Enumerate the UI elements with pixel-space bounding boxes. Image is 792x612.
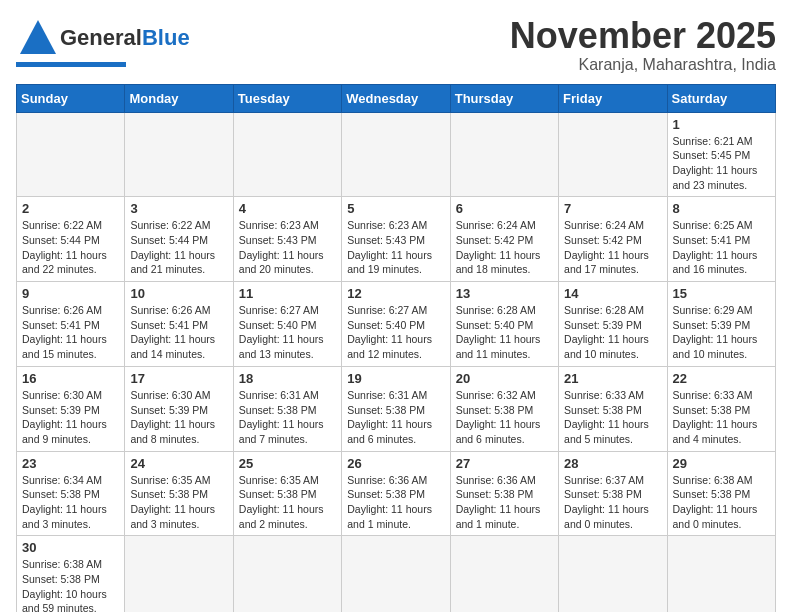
day-info: Sunrise: 6:33 AM Sunset: 5:38 PM Dayligh…: [564, 388, 661, 447]
calendar-cell: 16Sunrise: 6:30 AM Sunset: 5:39 PM Dayli…: [17, 366, 125, 451]
day-info: Sunrise: 6:27 AM Sunset: 5:40 PM Dayligh…: [347, 303, 444, 362]
day-number: 2: [22, 201, 119, 216]
day-info: Sunrise: 6:31 AM Sunset: 5:38 PM Dayligh…: [347, 388, 444, 447]
day-info: Sunrise: 6:36 AM Sunset: 5:38 PM Dayligh…: [456, 473, 553, 532]
calendar-cell: 26Sunrise: 6:36 AM Sunset: 5:38 PM Dayli…: [342, 451, 450, 536]
weekday-header-cell: Friday: [559, 84, 667, 112]
calendar-cell: 18Sunrise: 6:31 AM Sunset: 5:38 PM Dayli…: [233, 366, 341, 451]
logo-general-text: GeneralBlue: [60, 25, 190, 51]
calendar-cell: 30Sunrise: 6:38 AM Sunset: 5:38 PM Dayli…: [17, 536, 125, 612]
calendar-cell: [667, 536, 775, 612]
day-number: 16: [22, 371, 119, 386]
calendar-cell: 14Sunrise: 6:28 AM Sunset: 5:39 PM Dayli…: [559, 282, 667, 367]
day-number: 4: [239, 201, 336, 216]
calendar-table: SundayMondayTuesdayWednesdayThursdayFrid…: [16, 84, 776, 612]
day-info: Sunrise: 6:37 AM Sunset: 5:38 PM Dayligh…: [564, 473, 661, 532]
calendar-cell: 27Sunrise: 6:36 AM Sunset: 5:38 PM Dayli…: [450, 451, 558, 536]
day-info: Sunrise: 6:34 AM Sunset: 5:38 PM Dayligh…: [22, 473, 119, 532]
calendar-cell: [125, 112, 233, 197]
logo: GeneralBlue: [16, 16, 190, 67]
weekday-header-cell: Thursday: [450, 84, 558, 112]
day-number: 21: [564, 371, 661, 386]
day-number: 11: [239, 286, 336, 301]
day-info: Sunrise: 6:21 AM Sunset: 5:45 PM Dayligh…: [673, 134, 770, 193]
day-info: Sunrise: 6:28 AM Sunset: 5:40 PM Dayligh…: [456, 303, 553, 362]
day-info: Sunrise: 6:22 AM Sunset: 5:44 PM Dayligh…: [130, 218, 227, 277]
calendar-body: 1Sunrise: 6:21 AM Sunset: 5:45 PM Daylig…: [17, 112, 776, 612]
day-number: 30: [22, 540, 119, 555]
calendar-cell: 8Sunrise: 6:25 AM Sunset: 5:41 PM Daylig…: [667, 197, 775, 282]
calendar-cell: 15Sunrise: 6:29 AM Sunset: 5:39 PM Dayli…: [667, 282, 775, 367]
day-number: 26: [347, 456, 444, 471]
svg-marker-0: [20, 20, 56, 54]
day-number: 1: [673, 117, 770, 132]
day-info: Sunrise: 6:38 AM Sunset: 5:38 PM Dayligh…: [22, 557, 119, 612]
calendar-cell: [17, 112, 125, 197]
calendar-cell: [559, 536, 667, 612]
day-info: Sunrise: 6:23 AM Sunset: 5:43 PM Dayligh…: [347, 218, 444, 277]
calendar-cell: 21Sunrise: 6:33 AM Sunset: 5:38 PM Dayli…: [559, 366, 667, 451]
weekday-header-row: SundayMondayTuesdayWednesdayThursdayFrid…: [17, 84, 776, 112]
calendar-cell: [233, 112, 341, 197]
day-number: 29: [673, 456, 770, 471]
weekday-header-cell: Wednesday: [342, 84, 450, 112]
weekday-header-cell: Monday: [125, 84, 233, 112]
day-info: Sunrise: 6:38 AM Sunset: 5:38 PM Dayligh…: [673, 473, 770, 532]
day-number: 13: [456, 286, 553, 301]
calendar-row: 2Sunrise: 6:22 AM Sunset: 5:44 PM Daylig…: [17, 197, 776, 282]
calendar-cell: 20Sunrise: 6:32 AM Sunset: 5:38 PM Dayli…: [450, 366, 558, 451]
calendar-cell: 9Sunrise: 6:26 AM Sunset: 5:41 PM Daylig…: [17, 282, 125, 367]
month-title: November 2025: [510, 16, 776, 56]
day-number: 23: [22, 456, 119, 471]
calendar-cell: 1Sunrise: 6:21 AM Sunset: 5:45 PM Daylig…: [667, 112, 775, 197]
calendar-cell: 23Sunrise: 6:34 AM Sunset: 5:38 PM Dayli…: [17, 451, 125, 536]
calendar-cell: 22Sunrise: 6:33 AM Sunset: 5:38 PM Dayli…: [667, 366, 775, 451]
calendar-cell: 12Sunrise: 6:27 AM Sunset: 5:40 PM Dayli…: [342, 282, 450, 367]
day-info: Sunrise: 6:35 AM Sunset: 5:38 PM Dayligh…: [130, 473, 227, 532]
day-number: 24: [130, 456, 227, 471]
day-number: 6: [456, 201, 553, 216]
day-number: 22: [673, 371, 770, 386]
day-number: 15: [673, 286, 770, 301]
weekday-header-cell: Tuesday: [233, 84, 341, 112]
calendar-cell: 7Sunrise: 6:24 AM Sunset: 5:42 PM Daylig…: [559, 197, 667, 282]
title-area: November 2025 Karanja, Maharashtra, Indi…: [510, 16, 776, 74]
calendar-cell: [342, 536, 450, 612]
logo-bar: [16, 62, 126, 67]
calendar-row: 9Sunrise: 6:26 AM Sunset: 5:41 PM Daylig…: [17, 282, 776, 367]
calendar-cell: 2Sunrise: 6:22 AM Sunset: 5:44 PM Daylig…: [17, 197, 125, 282]
calendar-cell: 5Sunrise: 6:23 AM Sunset: 5:43 PM Daylig…: [342, 197, 450, 282]
calendar-cell: 11Sunrise: 6:27 AM Sunset: 5:40 PM Dayli…: [233, 282, 341, 367]
day-number: 18: [239, 371, 336, 386]
day-number: 12: [347, 286, 444, 301]
day-info: Sunrise: 6:30 AM Sunset: 5:39 PM Dayligh…: [130, 388, 227, 447]
calendar-cell: [233, 536, 341, 612]
day-info: Sunrise: 6:26 AM Sunset: 5:41 PM Dayligh…: [22, 303, 119, 362]
day-info: Sunrise: 6:35 AM Sunset: 5:38 PM Dayligh…: [239, 473, 336, 532]
day-info: Sunrise: 6:27 AM Sunset: 5:40 PM Dayligh…: [239, 303, 336, 362]
location-title: Karanja, Maharashtra, India: [510, 56, 776, 74]
calendar-cell: 3Sunrise: 6:22 AM Sunset: 5:44 PM Daylig…: [125, 197, 233, 282]
calendar-cell: 19Sunrise: 6:31 AM Sunset: 5:38 PM Dayli…: [342, 366, 450, 451]
day-number: 28: [564, 456, 661, 471]
day-number: 17: [130, 371, 227, 386]
day-number: 20: [456, 371, 553, 386]
day-number: 9: [22, 286, 119, 301]
day-info: Sunrise: 6:24 AM Sunset: 5:42 PM Dayligh…: [456, 218, 553, 277]
day-info: Sunrise: 6:31 AM Sunset: 5:38 PM Dayligh…: [239, 388, 336, 447]
calendar-cell: 17Sunrise: 6:30 AM Sunset: 5:39 PM Dayli…: [125, 366, 233, 451]
calendar-cell: 29Sunrise: 6:38 AM Sunset: 5:38 PM Dayli…: [667, 451, 775, 536]
calendar-row: 30Sunrise: 6:38 AM Sunset: 5:38 PM Dayli…: [17, 536, 776, 612]
calendar-row: 1Sunrise: 6:21 AM Sunset: 5:45 PM Daylig…: [17, 112, 776, 197]
calendar-cell: [450, 112, 558, 197]
calendar-cell: 13Sunrise: 6:28 AM Sunset: 5:40 PM Dayli…: [450, 282, 558, 367]
day-info: Sunrise: 6:26 AM Sunset: 5:41 PM Dayligh…: [130, 303, 227, 362]
day-info: Sunrise: 6:36 AM Sunset: 5:38 PM Dayligh…: [347, 473, 444, 532]
day-number: 25: [239, 456, 336, 471]
day-info: Sunrise: 6:22 AM Sunset: 5:44 PM Dayligh…: [22, 218, 119, 277]
calendar-cell: 10Sunrise: 6:26 AM Sunset: 5:41 PM Dayli…: [125, 282, 233, 367]
day-info: Sunrise: 6:28 AM Sunset: 5:39 PM Dayligh…: [564, 303, 661, 362]
calendar-cell: 28Sunrise: 6:37 AM Sunset: 5:38 PM Dayli…: [559, 451, 667, 536]
day-info: Sunrise: 6:29 AM Sunset: 5:39 PM Dayligh…: [673, 303, 770, 362]
page-header: GeneralBlue November 2025 Karanja, Mahar…: [16, 16, 776, 74]
